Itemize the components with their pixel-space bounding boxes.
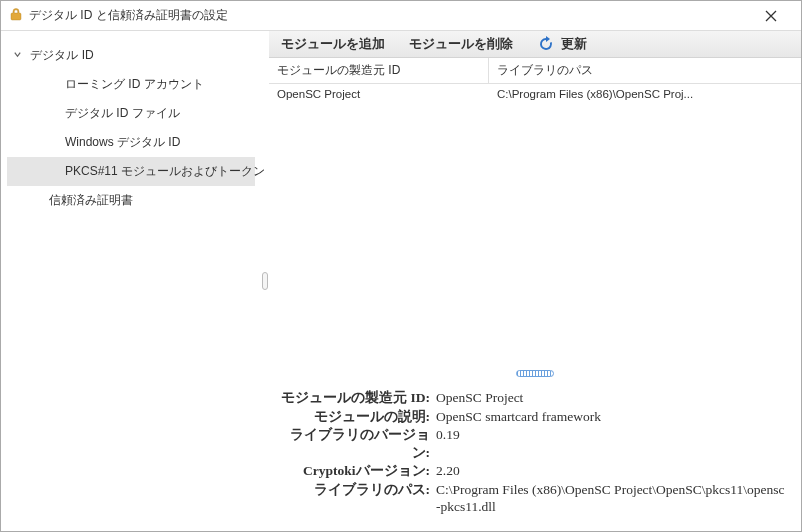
detail-row: Cryptokiバージョン:2.20 <box>279 462 785 480</box>
titlebar: デジタル ID と信頼済み証明書の設定 <box>1 1 801 31</box>
cell-vendor: OpenSC Project <box>269 84 489 104</box>
sidebar-item-label: 信頼済み証明書 <box>49 193 133 207</box>
tree-root-digital-id[interactable]: デジタル ID <box>7 41 255 70</box>
main-panel: モジュールを追加 モジュールを削除 更新 モジュールの製造元 ID ライブラリの… <box>269 31 801 531</box>
lock-icon <box>9 7 23 24</box>
add-module-button[interactable]: モジュールを追加 <box>281 35 385 53</box>
detail-label: ライブラリのパス: <box>279 481 434 499</box>
table-header: モジュールの製造元 ID ライブラリのパス <box>269 58 801 84</box>
horizontal-splitter[interactable] <box>261 31 269 531</box>
detail-value: C:\Program Files (x86)\OpenSC Project\Op… <box>434 481 785 516</box>
vertical-splitter[interactable] <box>269 368 801 378</box>
detail-value: OpenSC Project <box>434 389 785 407</box>
settings-window: デジタル ID と信頼済み証明書の設定 デジタル ID ローミング ID アカウ… <box>0 0 802 532</box>
column-vendor[interactable]: モジュールの製造元 ID <box>269 58 489 83</box>
detail-row: モジュールの製造元 ID:OpenSC Project <box>279 389 785 407</box>
sidebar-item-windows[interactable]: Windows デジタル ID <box>7 128 255 157</box>
detail-value: 2.20 <box>434 462 785 480</box>
detail-label: ライブラリのバージョン: <box>279 426 434 461</box>
detail-value: OpenSC smartcard framework <box>434 408 785 426</box>
sidebar-item-roaming[interactable]: ローミング ID アカウント <box>7 70 255 99</box>
sidebar-item-idfile[interactable]: デジタル ID ファイル <box>7 99 255 128</box>
sidebar-item-trusted[interactable]: 信頼済み証明書 <box>7 186 255 215</box>
toolbar: モジュールを追加 モジュールを削除 更新 <box>269 31 801 58</box>
detail-row: ライブラリのパス:C:\Program Files (x86)\OpenSC P… <box>279 481 785 516</box>
refresh-label: 更新 <box>561 35 587 53</box>
window-title: デジタル ID と信頼済み証明書の設定 <box>29 7 228 24</box>
cell-path: C:\Program Files (x86)\OpenSC Proj... <box>489 84 801 104</box>
close-button[interactable] <box>748 1 793 31</box>
details-panel: モジュールの製造元 ID:OpenSC Project モジュールの説明:Ope… <box>269 378 801 531</box>
detail-label: モジュールの製造元 ID: <box>279 389 434 407</box>
detail-label: Cryptokiバージョン: <box>279 462 434 480</box>
detail-row: ライブラリのバージョン:0.19 <box>279 426 785 461</box>
refresh-icon <box>537 35 555 53</box>
table-row[interactable]: OpenSC Project C:\Program Files (x86)\Op… <box>269 84 801 104</box>
detail-label: モジュールの説明: <box>279 408 434 426</box>
sidebar-item-label: Windows デジタル ID <box>65 135 180 149</box>
body: デジタル ID ローミング ID アカウント デジタル ID ファイル Wind… <box>1 31 801 531</box>
sidebar-item-pkcs11[interactable]: PKCS#11 モジュールおよびトークン <box>7 157 255 186</box>
sidebar-item-label: PKCS#11 モジュールおよびトークン <box>65 164 265 178</box>
tree-root-label: デジタル ID <box>30 48 93 62</box>
chevron-down-icon <box>13 50 23 61</box>
detail-row: モジュールの説明:OpenSC smartcard framework <box>279 408 785 426</box>
remove-module-button[interactable]: モジュールを削除 <box>409 35 513 53</box>
column-path[interactable]: ライブラリのパス <box>489 58 801 83</box>
detail-value: 0.19 <box>434 426 785 444</box>
module-table: モジュールの製造元 ID ライブラリのパス OpenSC Project C:\… <box>269 58 801 104</box>
sidebar-item-label: デジタル ID ファイル <box>65 106 180 120</box>
refresh-button[interactable]: 更新 <box>537 35 587 53</box>
sidebar: デジタル ID ローミング ID アカウント デジタル ID ファイル Wind… <box>1 31 261 531</box>
sidebar-item-label: ローミング ID アカウント <box>65 77 204 91</box>
